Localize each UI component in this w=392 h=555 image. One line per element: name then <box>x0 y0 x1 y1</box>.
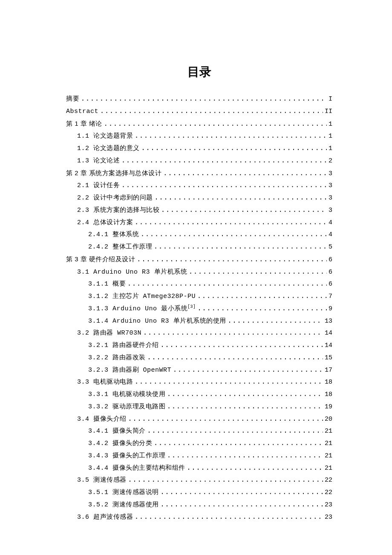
toc-entry-label: 3.1.2 主控芯片 ATmege328P-PU <box>88 291 196 303</box>
toc-entry: 3.1 Arduino Uno R3 单片机系统6 <box>66 266 332 278</box>
toc-entry-page: 14 <box>325 327 332 339</box>
toc-entry: 第 3 章 硬件介绍及设计6 <box>66 253 332 266</box>
toc-leader-dots <box>100 105 323 117</box>
toc-entry-page: 21 <box>325 425 332 437</box>
toc-leader-dots <box>104 118 327 130</box>
toc-leader-dots <box>81 93 327 105</box>
toc-entry: 2.4.1 整体系统4 <box>66 228 332 241</box>
toc-entry-page: 1 <box>329 130 332 142</box>
toc-leader-dots <box>189 266 327 278</box>
toc-entry-page: 22 <box>325 487 332 499</box>
toc-entry-page: 3 <box>329 180 332 192</box>
toc-leader-dots <box>128 413 323 425</box>
toc-entry: 2.2 设计中考虑到的问题3 <box>66 192 332 204</box>
toc-entry: 3.1.1 概要6 <box>66 278 332 290</box>
toc-leader-dots <box>167 401 323 413</box>
toc-entry-label: 3.5.1 测速传感器说明 <box>88 487 159 499</box>
toc-leader-dots <box>121 179 327 191</box>
toc-entry-label: 3.1.1 概要 <box>88 278 126 290</box>
toc-entry: 3.4.3 摄像头的工作原理21 <box>66 450 332 462</box>
toc-entry-label: 3.4.1 摄像头简介 <box>88 425 146 437</box>
toc-entry-label: 摘要 <box>66 93 79 105</box>
toc-entry-page: 6 <box>329 266 332 278</box>
toc-entry: 2.1 设计任务3 <box>66 179 332 192</box>
toc-entry-page: 21 <box>325 462 332 474</box>
toc-entry-label: 第 3 章 硬件介绍及设计 <box>66 253 135 265</box>
toc-entry-page: 23 <box>325 499 332 511</box>
toc-entry-label: 3.5.2 测速传感器使用 <box>88 499 159 511</box>
toc-entry: 3.4.2 摄像头的分类21 <box>66 437 332 450</box>
toc-leader-dots <box>228 315 323 327</box>
toc-leader-dots <box>167 450 323 462</box>
toc-entry-page: 6 <box>329 278 332 290</box>
toc-entry: 3.1.3 Arduino Uno 最小系统[3]9 <box>66 303 332 315</box>
toc-entry-label: Abstract <box>66 106 98 118</box>
toc-entry-page: 21 <box>325 450 332 462</box>
toc-entry: 3.5.2 测速传感器使用23 <box>66 499 332 511</box>
toc-entry: 2.4 总体设计方案4 <box>66 217 332 229</box>
toc-entry: 3.4 摄像头介绍20 <box>66 413 332 425</box>
toc-entry-page: 3 <box>329 168 332 180</box>
toc-leader-dots <box>161 486 323 498</box>
toc-entry-page: 3 <box>329 192 332 204</box>
toc-entry: 2.4.2 整体工作原理5 <box>66 241 332 253</box>
toc-entry-page: 6 <box>329 254 332 266</box>
toc-leader-dots <box>187 462 323 474</box>
toc-entry-label: 2.3 系统方案的选择与比较 <box>77 205 159 217</box>
toc-leader-dots <box>128 474 323 486</box>
toc-entry-label: 3.2.1 路由器硬件介绍 <box>88 340 159 352</box>
toc-entry-label: 3.2.2 路由器改装 <box>88 352 146 364</box>
toc-entry-label: 3.1.4 Arduino Uno R3 单片机系统的使用 <box>88 315 226 327</box>
toc-entry: 3.2.3 路由器刷 OpenWRT17 <box>66 364 332 376</box>
toc-entry-label: 3.4.4 摄像头的主要结构和组件 <box>88 462 185 474</box>
toc-leader-dots <box>127 278 327 290</box>
toc-entry: 3.2.2 路由器改装15 <box>66 352 332 364</box>
toc-entry: 第 2 章 系统方案选择与总体设计3 <box>66 167 332 180</box>
toc-entry-label: 3.4 摄像头介绍 <box>77 413 127 425</box>
toc-leader-dots <box>135 130 327 142</box>
toc-entry-label: 第 2 章 系统方案选择与总体设计 <box>66 167 161 179</box>
toc-entry-page: 7 <box>329 291 332 303</box>
toc-entry-label: 3.2 路由器 WR703N <box>77 327 141 339</box>
toc-entry: AbstractII <box>66 105 332 118</box>
toc-entry: 3.3.2 驱动原理及电路图19 <box>66 401 332 413</box>
toc-entry: 3.3.1 电机驱动模块使用18 <box>66 388 332 401</box>
toc-entry-page: 3 <box>329 205 332 217</box>
toc-leader-dots <box>135 217 327 228</box>
toc-entry-label: 3.1 Arduino Uno R3 单片机系统 <box>77 266 187 278</box>
toc-entry-label: 3.3.1 电机驱动模块使用 <box>88 389 165 401</box>
toc-entry-page: 14 <box>325 340 332 352</box>
toc-leader-dots <box>167 388 323 400</box>
toc-leader-dots <box>161 204 327 216</box>
toc-leader-dots <box>154 241 327 253</box>
toc-entry-page: 1 <box>329 119 332 130</box>
toc-leader-dots <box>155 192 327 204</box>
toc-entry: 3.5.1 测速传感器说明22 <box>66 486 332 499</box>
toc-leader-dots <box>137 254 327 266</box>
toc-entry-page: 19 <box>325 401 332 413</box>
toc-entry-label: 1.2 论文选题的意义 <box>77 143 140 155</box>
toc-entry-label: 3.3.2 驱动原理及电路图 <box>88 401 165 413</box>
toc-entry-page: 18 <box>325 389 332 401</box>
toc-entry-page: 15 <box>325 352 332 364</box>
toc-entry: 3.4.1 摄像头简介21 <box>66 425 332 437</box>
toc-entry: 3.2 路由器 WR703N14 <box>66 327 332 339</box>
toc-leader-dots <box>161 339 323 351</box>
toc-entry-page: 23 <box>325 512 332 523</box>
toc-leader-dots <box>161 499 323 511</box>
toc-entry-page: 22 <box>325 474 332 486</box>
toc-entry-page: 13 <box>325 315 332 327</box>
toc-entry-label: 3.3 电机驱动电路 <box>77 376 133 388</box>
toc-entry: 1.1 论文选题背景1 <box>66 130 332 142</box>
toc-entry-label: 2.2 设计中考虑到的问题 <box>77 192 153 204</box>
toc-entry-label: 1.1 论文选题背景 <box>77 130 133 142</box>
toc-entry-page: 1 <box>329 143 332 155</box>
toc-leader-dots <box>163 168 327 179</box>
toc-leader-dots <box>147 425 323 437</box>
toc-entry-label: 3.5 测速传感器 <box>77 474 127 486</box>
toc-entry: 第 1 章 绪论1 <box>66 118 332 130</box>
toc-entry-label: 2.4 总体设计方案 <box>77 217 133 229</box>
toc-leader-dots <box>197 290 327 302</box>
toc-title: 目录 <box>66 64 332 80</box>
toc-entry: 3.1.4 Arduino Uno R3 单片机系统的使用13 <box>66 315 332 327</box>
